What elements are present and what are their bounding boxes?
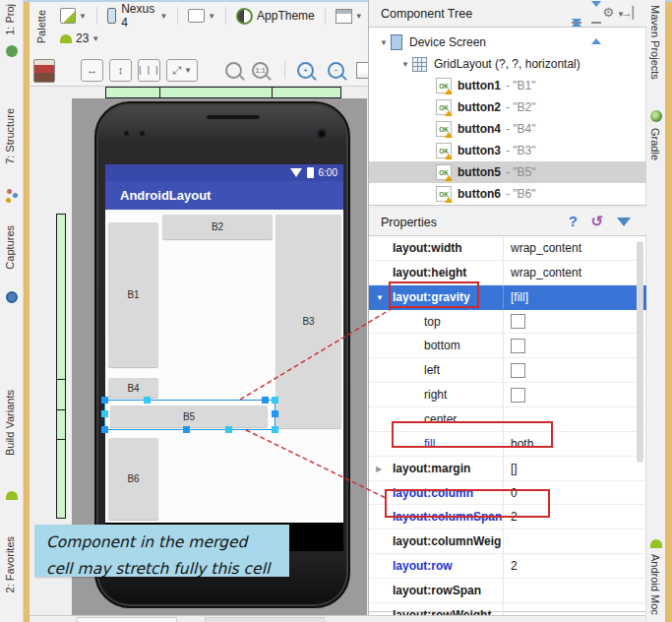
property-row-layout-row[interactable]: layout:row 2: [369, 554, 646, 579]
zoom-in-icon[interactable]: +: [297, 62, 314, 79]
property-label: layout:rowSpan: [369, 579, 503, 602]
design-surface-button[interactable]: ▼: [57, 6, 90, 26]
tree-node-button3[interactable]: OK button3 - "B3": [369, 140, 646, 161]
tree-node-gridlayout[interactable]: ▼ GridLayout (?, ?, horizontal): [369, 53, 646, 75]
selection-handle[interactable]: [183, 426, 190, 433]
checkbox-top[interactable]: [511, 314, 525, 329]
property-value[interactable]: [503, 579, 646, 602]
button-b2[interactable]: B2: [162, 215, 273, 239]
button-b3[interactable]: B3: [275, 215, 341, 428]
annotation-box-fill: [392, 421, 553, 448]
tooltip-line-2: cell may stretch fully this cell: [46, 556, 277, 583]
selection-handle[interactable]: [225, 426, 232, 433]
property-value[interactable]: wrap_content: [503, 261, 646, 284]
property-value[interactable]: wrap_content: [503, 236, 646, 260]
tree-node-button1[interactable]: OK button1 - "B1": [369, 75, 646, 96]
properties-scrollbar[interactable]: [637, 241, 643, 463]
grid-row-header-2[interactable]: [56, 379, 66, 410]
collapse-arrow-icon[interactable]: ▼: [377, 38, 391, 47]
property-value[interactable]: [fill]: [503, 285, 646, 309]
property-value[interactable]: []: [503, 457, 646, 480]
reset-icon[interactable]: ↺: [590, 213, 603, 230]
checkbox-left[interactable]: [511, 363, 525, 378]
grid-row-header-4[interactable]: [56, 439, 66, 519]
orientation-button[interactable]: ▼: [185, 7, 218, 25]
button-b1[interactable]: B1: [108, 222, 158, 367]
button-b6[interactable]: B6: [108, 438, 158, 520]
grid-column-header-2[interactable]: [159, 87, 273, 98]
sidebar-tab-android[interactable]: Android Moc: [649, 554, 661, 615]
sidebar-tab-project[interactable]: 1: Proj: [4, 4, 16, 35]
expand-to-fit-icon[interactable]: ⤢▼: [166, 59, 198, 82]
selection-handle[interactable]: [272, 426, 278, 433]
selection-handle[interactable]: [262, 397, 269, 404]
property-label: layout:row: [369, 554, 503, 578]
zoom-actual-icon[interactable]: 1:1: [252, 62, 269, 79]
sidebar-tab-maven[interactable]: Maven Projects: [649, 5, 661, 80]
property-row-layout-margin[interactable]: ▶ layout:margin []: [369, 457, 646, 481]
gradle-icon[interactable]: [650, 110, 662, 122]
structure-icon[interactable]: [7, 189, 12, 194]
statusbar-tab[interactable]: [205, 617, 325, 622]
tree-node-device-screen[interactable]: ▼ Device Screen: [369, 31, 646, 53]
columns-icon[interactable]: ❘❘❘: [138, 59, 160, 82]
device-selector[interactable]: Nexus 4 ▼: [104, 0, 171, 31]
property-row-gravity-left[interactable]: left: [369, 358, 646, 383]
selection-handle[interactable]: [101, 397, 108, 404]
property-row-gravity-top[interactable]: top: [369, 310, 646, 335]
selection-handle[interactable]: [101, 410, 108, 417]
captures-icon[interactable]: [6, 291, 18, 303]
selection-rectangle[interactable]: [104, 400, 275, 430]
hide-panel-icon[interactable]: →▏: [621, 6, 641, 20]
activity-button[interactable]: ▼: [333, 7, 366, 26]
sidebar-tab-build-variants[interactable]: Build Variants: [4, 390, 16, 456]
property-row-gravity-bottom[interactable]: bottom: [369, 334, 646, 358]
selection-handle[interactable]: [272, 410, 278, 417]
collapsed-arrow-icon[interactable]: ▶: [376, 464, 382, 472]
sidebar-tab-structure[interactable]: 7: Structure: [4, 108, 16, 164]
tree-node-button2[interactable]: OK button2 - "B2": [369, 96, 646, 118]
checkbox-right[interactable]: [511, 388, 525, 403]
property-value[interactable]: 2: [503, 554, 646, 578]
sidebar-tab-gradle[interactable]: Gradle: [649, 128, 661, 160]
api-level-selector[interactable]: 23 ▼: [57, 30, 102, 47]
statusbar-tab[interactable]: [77, 617, 177, 622]
property-row-layout-width[interactable]: layout:width wrap_content: [369, 236, 646, 261]
build-variants-android-icon[interactable]: [6, 491, 18, 500]
selection-handle[interactable]: [144, 397, 151, 404]
tree-node-button6[interactable]: OK button6 - "B6": [369, 183, 646, 205]
activity-icon: [336, 9, 352, 24]
tree-node-button4[interactable]: OK button4 - "B4": [369, 118, 646, 140]
grid-column-header-3[interactable]: [272, 87, 341, 98]
filter-icon[interactable]: [617, 218, 631, 226]
property-label: bottom: [369, 334, 503, 357]
expand-arrow-icon[interactable]: ▼: [376, 292, 384, 301]
property-row-layout-rowspan[interactable]: layout:rowSpan: [369, 579, 646, 603]
palette-tab[interactable]: Palette: [35, 10, 47, 43]
collapse-arrow-icon[interactable]: ▼: [398, 60, 412, 69]
expand-horizontal-icon[interactable]: ↔: [81, 59, 103, 82]
zoom-out-icon[interactable]: −: [328, 62, 344, 79]
expand-vertical-icon[interactable]: ↕: [109, 59, 132, 82]
gridlayout-icon: [412, 57, 427, 72]
sidebar-tab-favorites[interactable]: 2: Favorites: [4, 536, 16, 592]
theme-button[interactable]: AppTheme: [233, 6, 318, 27]
button-b4[interactable]: B4: [108, 378, 158, 398]
selection-handle[interactable]: [101, 426, 108, 433]
property-row-layout-columnweight[interactable]: layout:columnWeig: [369, 529, 646, 554]
selection-handle[interactable]: [272, 397, 278, 404]
help-icon[interactable]: ?: [569, 213, 578, 229]
palette-icon[interactable]: [33, 59, 55, 83]
project-icon[interactable]: [6, 45, 18, 57]
grid-column-header-1[interactable]: [105, 87, 160, 98]
property-value[interactable]: [503, 529, 646, 553]
grid-row-header-1[interactable]: [56, 214, 66, 380]
grid-row-header-3[interactable]: [56, 409, 66, 440]
tree-node-button5-selected[interactable]: OK button5 - "B5": [369, 161, 646, 183]
property-row-gravity-right[interactable]: right: [369, 383, 646, 407]
checkbox-bottom[interactable]: [511, 339, 525, 353]
sidebar-tab-captures[interactable]: Captures: [4, 225, 16, 270]
device-icon: [107, 8, 116, 24]
zoom-fit-icon[interactable]: [225, 62, 242, 79]
android-monitor-icon[interactable]: [650, 539, 662, 548]
